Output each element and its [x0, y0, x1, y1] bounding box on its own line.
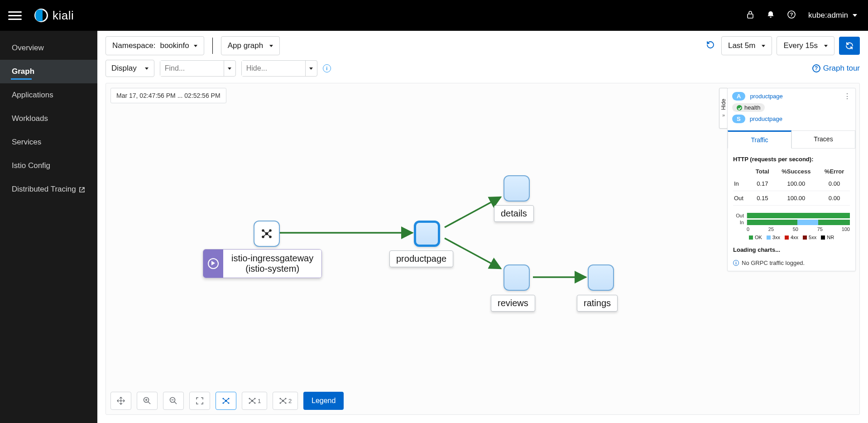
svg-line-13 — [267, 231, 270, 234]
graph-node-gateway-label[interactable]: istio-ingressgateway (istio-system) — [203, 249, 322, 278]
zoom-in-button[interactable] — [137, 392, 158, 410]
user-menu[interactable]: kube:admin — [808, 11, 857, 20]
svg-line-31 — [226, 401, 229, 403]
loading-charts-text: Loading charts... — [733, 246, 850, 253]
graph-canvas[interactable]: Mar 17, 02:47:56 PM ... 02:52:56 PM isti… — [106, 83, 860, 415]
timestamp-label: Mar 17, 02:47:56 PM ... 02:52:56 PM — [110, 88, 226, 103]
sidebar: Overview Graph Applications Workloads Se… — [0, 31, 97, 423]
sidebar-item-workloads[interactable]: Workloads — [0, 107, 97, 130]
svg-line-37 — [249, 399, 252, 401]
panel-tabs: Traffic Traces — [728, 130, 855, 149]
find-expand-icon[interactable] — [224, 61, 235, 76]
info-icon[interactable]: i — [323, 64, 331, 72]
table-row: In 0.17 100.00 0.00 — [733, 177, 850, 191]
health-badge: health — [732, 103, 765, 112]
tab-traces[interactable]: Traces — [791, 130, 855, 149]
graph-toolbar-2: Display i ? Graph tour — [97, 60, 868, 82]
svg-line-38 — [252, 399, 255, 401]
svg-line-30 — [223, 401, 226, 403]
help-icon: ? — [812, 64, 820, 72]
svg-line-4 — [445, 197, 501, 227]
svg-line-17 — [148, 402, 150, 404]
http-traffic-title: HTTP (requests per second): — [733, 156, 850, 163]
find-field[interactable] — [160, 61, 224, 76]
sidebar-item-overview[interactable]: Overview — [0, 36, 97, 60]
svg-line-28 — [223, 399, 226, 401]
fit-button[interactable] — [189, 392, 210, 410]
graph-tour-link[interactable]: ? Graph tour — [812, 64, 860, 73]
graph-node-details[interactable] — [504, 175, 530, 202]
svg-line-14 — [263, 234, 267, 237]
brand-text: kiali — [53, 9, 74, 23]
service-link[interactable]: productpage — [750, 115, 782, 122]
help-icon[interactable]: ? — [787, 10, 796, 20]
app-badge: A — [732, 92, 745, 101]
history-icon[interactable] — [706, 40, 715, 52]
gateway-icon — [203, 250, 223, 278]
svg-line-15 — [267, 234, 270, 237]
refresh-button[interactable] — [839, 37, 860, 55]
info-icon: i — [733, 260, 739, 266]
sidebar-item-istio-config[interactable]: Istio Config — [0, 154, 97, 178]
http-traffic-table: Total %Success %Error In 0.17 100.00 0.0… — [733, 166, 850, 206]
find-input[interactable] — [160, 60, 236, 77]
response-code-chart: Out In 0 25 50 75 100 OK3xx4xx5xxNR — [733, 213, 850, 240]
sidebar-item-applications[interactable]: Applications — [0, 83, 97, 107]
time-range-select[interactable]: Last 5m — [721, 36, 772, 55]
display-options[interactable]: Display — [106, 60, 154, 77]
graph-node-productpage[interactable] — [414, 221, 440, 247]
drag-button[interactable] — [110, 392, 131, 410]
hamburger-icon[interactable] — [8, 9, 22, 22]
svg-line-29 — [226, 399, 229, 401]
separator — [212, 38, 213, 54]
service-badge: S — [732, 115, 745, 123]
caret-down-icon — [853, 14, 857, 17]
svg-line-40 — [252, 401, 255, 403]
graph-node-reviews[interactable] — [504, 264, 530, 291]
caret-down-icon — [145, 67, 149, 70]
sidebar-item-graph[interactable]: Graph — [0, 60, 97, 83]
refresh-interval-select[interactable]: Every 15s — [777, 36, 834, 55]
caret-down-icon — [824, 45, 828, 47]
legend-button[interactable]: Legend — [303, 392, 344, 410]
caret-down-icon — [269, 45, 273, 47]
topbar: kiali ? kube:admin — [0, 0, 868, 31]
app-link[interactable]: productpage — [750, 93, 782, 100]
caret-down-icon — [762, 45, 765, 47]
bell-icon[interactable] — [767, 10, 775, 20]
sidebar-item-services[interactable]: Services — [0, 130, 97, 154]
zoom-out-button[interactable] — [163, 392, 184, 410]
hide-expand-icon[interactable] — [305, 61, 317, 76]
kiali-logo-icon — [34, 9, 48, 22]
tab-traffic[interactable]: Traffic — [728, 130, 791, 149]
kebab-icon[interactable]: ⋮ — [844, 92, 851, 101]
main: Namespace: bookinfo App graph Last 5m Ev… — [97, 31, 868, 423]
sidebar-item-distributed-tracing[interactable]: Distributed Tracing — [0, 178, 97, 201]
graph-node-reviews-label[interactable]: reviews — [491, 295, 535, 312]
graph-node-ratings-label[interactable]: ratings — [577, 295, 618, 312]
layout-default-button[interactable] — [216, 392, 236, 410]
graph-node-gateway[interactable] — [254, 221, 280, 247]
graph-bottombar: 1 2 Legend — [110, 392, 344, 410]
brand[interactable]: kiali — [34, 9, 74, 23]
check-icon — [737, 105, 742, 111]
hide-field[interactable] — [242, 61, 305, 76]
hide-input[interactable] — [241, 60, 317, 77]
layout-1-button[interactable]: 1 — [242, 392, 267, 410]
namespace-label: Namespace: — [112, 41, 155, 50]
chevron-right-icon: » — [722, 112, 725, 118]
lock-icon[interactable] — [747, 10, 754, 20]
layout-2-button[interactable]: 2 — [273, 392, 298, 410]
graph-type-select[interactable]: App graph — [221, 36, 280, 55]
hide-panel-tab[interactable]: Hide » — [719, 88, 728, 129]
no-grpc-info: i No GRPC traffic logged. — [733, 260, 850, 266]
graph-node-details-label[interactable]: details — [494, 205, 534, 222]
graph-node-ratings[interactable] — [588, 264, 614, 291]
namespace-select[interactable]: Namespace: bookinfo — [106, 36, 204, 55]
svg-line-49 — [283, 401, 286, 403]
svg-line-12 — [263, 231, 267, 234]
graph-node-productpage-label[interactable]: productpage — [389, 250, 453, 267]
svg-line-47 — [283, 399, 286, 401]
external-link-icon — [79, 186, 85, 192]
table-row: Out 0.15 100.00 0.00 — [733, 191, 850, 206]
